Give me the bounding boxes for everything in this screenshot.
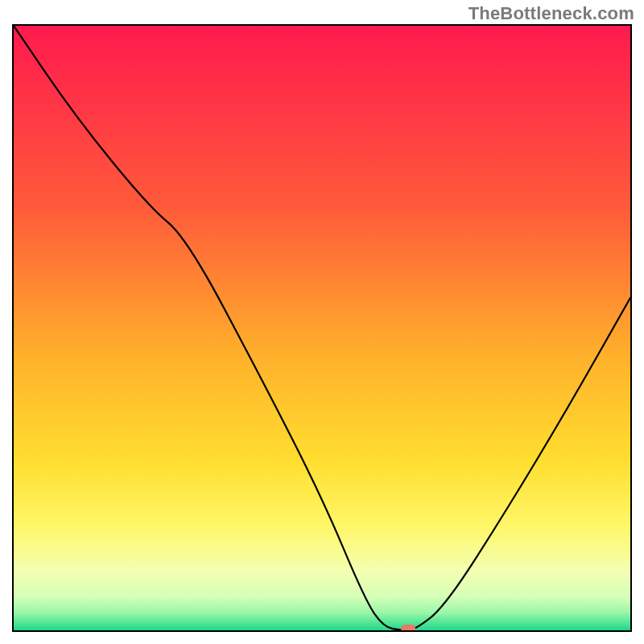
chart-frame: TheBottleneck.com <box>0 0 644 644</box>
plot-area <box>12 24 632 632</box>
optimum-marker <box>401 625 415 630</box>
gradient-background <box>14 26 630 630</box>
plot-svg <box>14 26 630 630</box>
watermark-text: TheBottleneck.com <box>469 3 634 24</box>
